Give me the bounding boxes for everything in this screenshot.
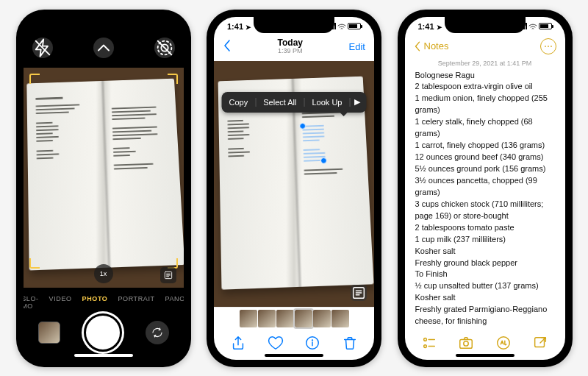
live-photo-toggle[interactable] <box>154 38 175 58</box>
note-line: Bolognese Ragu <box>415 70 555 82</box>
battery-icon <box>348 23 361 29</box>
edit-button[interactable]: Edit <box>349 41 365 52</box>
status-time: 1:41 <box>227 22 243 31</box>
recipe-title <box>35 96 63 99</box>
camera-mode-pano[interactable]: PANO <box>165 295 184 310</box>
phone-camera: 1x SLO-MOVIDEOPHOTOPORTRAITPANO <box>16 10 191 367</box>
selection-handle-start[interactable] <box>299 122 306 129</box>
context-look-up[interactable]: Look Up <box>304 98 350 107</box>
info-icon[interactable] <box>304 335 320 351</box>
camera-mode-photo[interactable]: PHOTO <box>82 295 108 310</box>
svg-point-14 <box>312 339 313 340</box>
photo-viewer[interactable]: Copy Select All Look Up ▶ <box>214 61 374 307</box>
nav-title: Today 1:39 PM <box>278 38 303 55</box>
note-line: 1 carrot, finely chopped (136 grams) <box>415 140 555 152</box>
trash-icon[interactable] <box>342 335 358 351</box>
note-line: 3½ ounces pancetta, chopped (99 grams) <box>415 175 555 199</box>
note-line: ½ cup unsalted butter (137 grams) <box>415 280 555 292</box>
note-line: 1 cup milk (237 milliliters) <box>415 234 555 246</box>
note-line: 5½ ounces ground pork (156 grams) <box>415 163 555 175</box>
camera-mode-video[interactable]: VIDEO <box>49 295 72 310</box>
note-line: Kosher salt <box>415 292 555 304</box>
notes-nav-bar: Notes ⋯ <box>405 33 565 60</box>
note-date: September 29, 2021 at 1:41 PM <box>405 60 565 67</box>
note-body[interactable]: Bolognese Ragu2 tablespoon extra-virgin … <box>405 70 565 330</box>
photos-screen: 1:41 ➤ Today 1:39 PM Edit <box>214 17 374 360</box>
focus-corner-tr <box>168 74 178 84</box>
svg-point-15 <box>423 338 426 341</box>
svg-rect-22 <box>535 337 545 347</box>
markup-icon[interactable] <box>495 335 512 351</box>
camera-mode-slo-mo[interactable]: SLO-MO <box>24 295 39 310</box>
camera-bottom-bar <box>24 313 184 360</box>
live-text-icon[interactable] <box>160 267 176 283</box>
share-icon[interactable] <box>230 335 246 351</box>
status-time: 1:41 <box>418 22 434 31</box>
context-select-all[interactable]: Select All <box>256 98 304 107</box>
focus-corner-tl <box>29 74 40 84</box>
live-text-icon[interactable] <box>351 285 367 301</box>
camera-viewfinder[interactable]: 1x <box>24 68 184 288</box>
context-copy[interactable]: Copy <box>222 98 257 107</box>
flash-toggle[interactable] <box>32 38 53 58</box>
photo-filmstrip[interactable] <box>214 307 374 330</box>
note-line: 12 ounces ground beef (340 grams) <box>415 152 555 163</box>
back-button[interactable] <box>223 39 232 54</box>
svg-point-20 <box>464 341 468 345</box>
camera-top-controls <box>24 33 184 65</box>
nav-subtitle: 1:39 PM <box>278 48 303 55</box>
camera-icon[interactable] <box>458 335 474 351</box>
note-line: 3 cups chicken stock (710 milliliters; p… <box>415 199 555 222</box>
checklist-icon[interactable] <box>421 335 437 351</box>
wifi-icon <box>528 23 537 29</box>
last-photo-thumbnail[interactable] <box>38 322 60 344</box>
context-more-arrow[interactable]: ▶ <box>350 97 366 107</box>
flip-camera-button[interactable] <box>146 321 169 344</box>
zoom-button[interactable]: 1x <box>94 264 113 283</box>
camera-options-chevron[interactable] <box>93 38 114 58</box>
shutter-button[interactable] <box>84 313 122 352</box>
more-options-icon[interactable]: ⋯ <box>540 38 556 54</box>
camera-mode-row[interactable]: SLO-MOVIDEOPHOTOPORTRAITPANO <box>24 290 184 313</box>
text-context-menu: Copy Select All Look Up ▶ <box>222 92 367 113</box>
location-icon: ➤ <box>437 24 442 31</box>
selection-handle-end[interactable] <box>320 157 326 163</box>
compose-icon[interactable] <box>532 335 548 351</box>
note-line: 2 tablespoons tomato paste <box>415 222 555 234</box>
wifi-icon <box>337 23 346 29</box>
location-icon: ➤ <box>245 24 251 31</box>
note-line: To Finish <box>415 269 555 280</box>
svg-line-3 <box>157 40 171 54</box>
svg-point-17 <box>423 344 426 347</box>
back-button[interactable]: Notes <box>414 40 449 52</box>
camera-mode-portrait[interactable]: PORTRAIT <box>118 295 154 310</box>
notes-screen: 1:41 ➤ Notes ⋯ September 29, 2021 at 1:4… <box>405 17 565 360</box>
note-line: 2 tablespoon extra-virgin olive oil <box>415 81 555 93</box>
note-line: Kosher salt <box>415 246 555 258</box>
note-line: 1 medium onion, finely chopped (255 gram… <box>415 93 555 116</box>
book-page <box>26 78 184 270</box>
favorite-icon[interactable] <box>268 335 284 351</box>
note-line: Freshly ground black pepper <box>415 258 555 269</box>
phone-notes: 1:41 ➤ Notes ⋯ September 29, 2021 at 1:4… <box>398 10 573 367</box>
phone-photos: 1:41 ➤ Today 1:39 PM Edit <box>207 10 381 367</box>
note-line: Freshly grated Parmigiano-Reggiano chees… <box>415 304 555 327</box>
camera-screen: 1x SLO-MOVIDEOPHOTOPORTRAITPANO <box>24 17 184 360</box>
battery-icon <box>539 23 552 29</box>
focus-corner-bl <box>29 258 40 269</box>
photos-nav-bar: Today 1:39 PM Edit <box>214 33 374 61</box>
note-line: 1 celery stalk, finely chopped (68 grams… <box>415 116 555 140</box>
